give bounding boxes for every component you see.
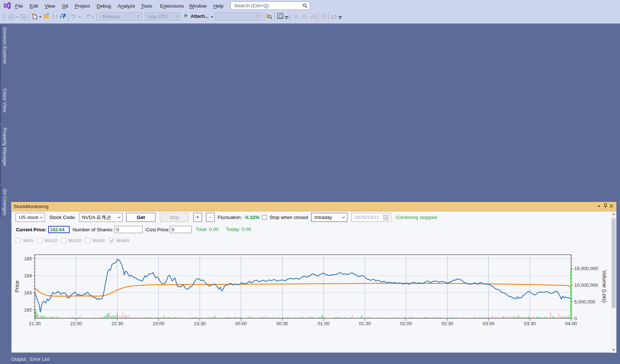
svg-text:23:30: 23:30 (194, 321, 206, 326)
svg-text:02:30: 02:30 (441, 321, 453, 326)
svg-text:04:00: 04:00 (565, 321, 577, 326)
svg-text:183: 183 (24, 290, 32, 295)
svg-text:185: 185 (24, 256, 32, 261)
svg-text:03:30: 03:30 (524, 321, 536, 326)
svg-text:182: 182 (24, 307, 32, 313)
svg-text:01:30: 01:30 (359, 321, 371, 326)
svg-text:5,000,000: 5,000,000 (574, 299, 595, 305)
svg-text:0: 0 (574, 316, 577, 321)
svg-text:03:00: 03:00 (483, 321, 495, 326)
svg-text:Price: Price (14, 280, 20, 292)
svg-text:23:00: 23:00 (153, 321, 165, 326)
svg-text:01:00: 01:00 (318, 321, 330, 326)
svg-text:10,000,000: 10,000,000 (574, 282, 598, 288)
svg-text:22:30: 22:30 (111, 321, 123, 326)
svg-text:184: 184 (24, 273, 32, 278)
svg-text:00:30: 00:30 (276, 321, 288, 326)
svg-text:00:00: 00:00 (235, 321, 247, 326)
svg-text:21:30: 21:30 (29, 321, 41, 326)
svg-text:Volume (Lots): Volume (Lots) (602, 270, 607, 302)
svg-text:15,000,000: 15,000,000 (574, 266, 598, 271)
svg-text:02:00: 02:00 (400, 321, 412, 326)
svg-text:15: 15 (384, 216, 388, 220)
svg-text:22:00: 22:00 (70, 321, 82, 326)
